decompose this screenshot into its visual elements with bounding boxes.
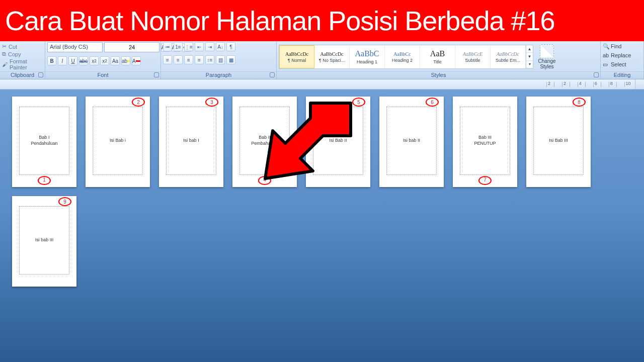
replace-button[interactable]: abReplace <box>603 51 631 59</box>
change-case-button[interactable]: Aa <box>111 56 120 65</box>
cut-button[interactable]: ✂ Cut <box>2 43 43 50</box>
page-number: 7 <box>481 177 489 183</box>
group-styles: AaBbCcDc¶ NormalAaBbCcDc¶ No Spaci...AaB… <box>277 41 601 79</box>
copy-icon: ⧉ <box>2 51 6 57</box>
group-label-paragraph: Paragraph <box>161 71 276 79</box>
style-name: ¶ Normal <box>280 58 314 63</box>
dialog-launcher-icon[interactable] <box>594 72 599 77</box>
subscript-button[interactable]: x2 <box>90 56 99 65</box>
borders-button[interactable]: ▦ <box>226 55 235 64</box>
select-icon: ▭ <box>603 61 609 67</box>
copy-button[interactable]: ⧉ Copy <box>2 51 43 57</box>
group-label-font: Font <box>45 71 160 79</box>
page-content-text: Isi Bab III <box>533 107 584 175</box>
group-label-styles: Styles <box>277 71 600 79</box>
format-painter-button[interactable]: 🖌 Format Painter <box>2 58 43 70</box>
page-thumbnail[interactable]: Isi bab I3 <box>159 97 223 187</box>
select-button[interactable]: ▭Select <box>603 60 626 68</box>
styles-gallery-more[interactable]: ▲▼▾ <box>526 45 533 68</box>
shading-button[interactable]: ▥ <box>216 55 225 64</box>
change-styles-icon <box>540 44 554 58</box>
style-name: Subtle Em... <box>491 58 525 63</box>
style-name: Title <box>420 59 455 64</box>
page-thumbnail[interactable]: Isi Bab II5 <box>306 97 370 187</box>
show-marks-button[interactable]: ¶ <box>226 42 235 51</box>
page-content-text: Isi bab III <box>19 206 69 275</box>
group-editing: 🔍Find abReplace ▭Select Editing <box>601 41 644 79</box>
increase-indent-button[interactable]: ⇥ <box>205 42 214 51</box>
group-font: Arial (Body CS) A▲ A▼ ⌫ B I U abc x2 x2 … <box>45 41 161 79</box>
style-item[interactable]: AaBbCHeading 1 <box>350 45 385 68</box>
font-color-button[interactable]: A <box>132 56 141 65</box>
page-thumbnail[interactable]: Isi Bab III8 <box>526 97 591 187</box>
page-thumbnail[interactable]: Bab III PENUTUP7 <box>453 97 517 187</box>
cut-label: Cut <box>9 44 17 50</box>
bold-button[interactable]: B <box>47 56 56 65</box>
style-item[interactable]: AaBbCcDc¶ Normal <box>279 45 314 68</box>
page-thumbnail[interactable]: Isi bab III9 <box>12 196 76 287</box>
page-thumbnail[interactable]: Isi Bab i2 <box>86 97 150 187</box>
document-workspace[interactable]: Bab I Pendahuluan1Isi Bab i2Isi bab I3Ba… <box>0 89 644 362</box>
align-center-button[interactable]: ≡ <box>174 55 183 64</box>
replace-icon: ab <box>603 52 609 58</box>
multilevel-list-button[interactable]: ⋮≡ <box>184 42 193 51</box>
page-content-text: Bab II Pembahasan <box>239 107 290 175</box>
page-thumbnail[interactable]: Isi bab II6 <box>379 97 444 187</box>
style-sample: AaBbCcDc <box>320 51 343 57</box>
ruler-area: 2246810 <box>0 79 644 89</box>
style-item[interactable]: AaBbCcESubtitle <box>455 45 491 68</box>
style-sample: AaBbCcDc <box>285 51 308 57</box>
styles-gallery[interactable]: AaBbCcDc¶ NormalAaBbCcDc¶ No Spaci...AaB… <box>279 45 533 69</box>
underline-button[interactable]: U <box>68 56 77 65</box>
font-family-combo[interactable]: Arial (Body CS) <box>47 42 103 52</box>
page-thumbnail[interactable]: Bab I Pendahuluan1 <box>12 97 76 187</box>
page-number: 4 <box>261 177 268 183</box>
page-number: 3 <box>208 100 215 106</box>
page-number: 6 <box>429 100 436 106</box>
page-thumbnail[interactable]: Bab II Pembahasan4 <box>232 97 297 187</box>
dialog-launcher-icon[interactable] <box>270 72 275 77</box>
decrease-indent-button[interactable]: ⇤ <box>195 42 204 51</box>
sort-button[interactable]: A↓ <box>216 42 225 51</box>
style-item[interactable]: AaBbCcDc¶ No Spaci... <box>314 45 350 68</box>
page-thumbnails: Bab I Pendahuluan1Isi Bab i2Isi bab I3Ba… <box>12 97 632 287</box>
align-right-button[interactable]: ≡ <box>184 55 193 64</box>
strike-button[interactable]: abc <box>79 56 88 65</box>
align-left-button[interactable]: ≡ <box>163 55 172 64</box>
find-button[interactable]: 🔍Find <box>603 42 621 50</box>
superscript-button[interactable]: x2 <box>100 56 109 65</box>
italic-button[interactable]: I <box>58 56 67 65</box>
style-sample: AaBbCcDc <box>497 51 519 57</box>
style-sample: AaB <box>430 49 445 58</box>
scrollbar-vertical[interactable] <box>635 79 644 89</box>
style-name: ¶ No Spaci... <box>314 58 349 63</box>
page-number: 9 <box>61 199 68 205</box>
vertical-ruler: 2246810 <box>546 79 632 89</box>
highlight-color-button[interactable]: ab <box>121 56 130 65</box>
group-clipboard: ✂ Cut ⧉ Copy 🖌 Format Painter Clipboard <box>0 41 45 79</box>
ribbon: ✂ Cut ⧉ Copy 🖌 Format Painter Clipboard … <box>0 41 644 79</box>
font-size-combo[interactable] <box>104 42 159 52</box>
group-label-clipboard: Clipboard <box>0 71 45 79</box>
page-content-text: Isi bab I <box>166 107 216 175</box>
page-content-text: Isi bab II <box>386 107 437 175</box>
style-item[interactable]: AaBTitle <box>420 45 455 68</box>
brush-icon: 🖌 <box>2 61 8 67</box>
dialog-launcher-icon[interactable] <box>154 72 159 77</box>
justify-button[interactable]: ≡ <box>195 55 204 64</box>
style-item[interactable]: AaBbCcHeading 2 <box>385 45 420 68</box>
page-number: 5 <box>355 100 362 106</box>
dialog-launcher-icon[interactable] <box>38 72 43 77</box>
page-number: 2 <box>135 100 142 106</box>
change-styles-button[interactable]: Change Styles <box>535 44 558 69</box>
scissors-icon: ✂ <box>2 43 7 50</box>
page-content-text: Bab I Pendahuluan <box>19 107 69 175</box>
style-name: Heading 2 <box>385 58 420 63</box>
style-sample: AaBbC <box>355 49 379 58</box>
page-number: 1 <box>41 177 48 183</box>
numbering-button[interactable]: 1≡ <box>174 42 183 51</box>
line-spacing-button[interactable]: ↕≡ <box>205 55 214 64</box>
style-item[interactable]: AaBbCcDcSubtle Em... <box>491 45 526 68</box>
format-painter-label: Format Painter <box>10 58 43 70</box>
bullets-button[interactable]: ≔ <box>163 42 172 51</box>
